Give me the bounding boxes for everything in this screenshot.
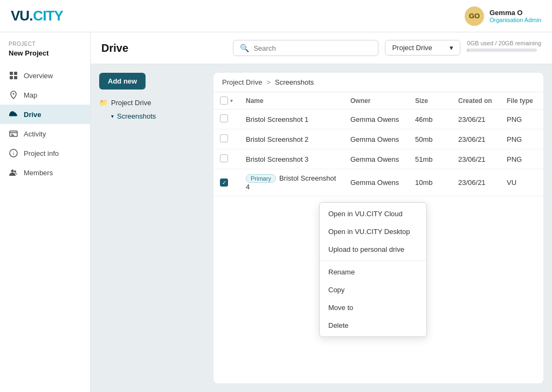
search-input[interactable] (253, 44, 371, 52)
file-name: Bristol Screenshot 2 (239, 129, 344, 149)
drive-dropdown[interactable]: Project Drive ▾ (385, 40, 460, 56)
tree-sub: ▾ Screenshots (111, 109, 207, 123)
file-size: 51mb (409, 149, 452, 169)
tag-primary: Primary (246, 174, 276, 183)
file-date: 23/06/21 (452, 129, 500, 149)
context-menu: Open in VU.CITY CloudOpen in VU.CITY Des… (319, 202, 427, 337)
file-name: Bristol Screenshot 1 (239, 109, 344, 129)
file-name: PrimaryBristol Screenshot 4 (239, 169, 344, 196)
context-menu-item-move-to[interactable]: Move to (320, 299, 426, 317)
breadcrumb: Project Drive > Screenshots (213, 73, 543, 92)
dropdown-label: Project Drive (392, 44, 432, 52)
sidebar-item-drive[interactable]: Drive (0, 105, 90, 124)
chevron-down-icon: ▾ (450, 44, 453, 52)
row-checkbox[interactable] (220, 134, 228, 142)
file-owner: Gemma Owens (344, 149, 409, 169)
breadcrumb-root: Project Drive (222, 78, 262, 86)
sidebar-item-label: Project info (24, 149, 59, 157)
context-menu-item-open-cloud[interactable]: Open in VU.CITY Cloud (320, 205, 426, 223)
svg-text:i: i (13, 151, 14, 156)
drive-title: Drive (101, 42, 128, 62)
file-tree: 📁 Project Drive ▾ Screenshots (99, 96, 207, 123)
context-menu-item-open-desktop[interactable]: Open in VU.CITY Desktop (320, 223, 426, 240)
context-menu-item-upload-personal[interactable]: Upload to personal drive (320, 240, 426, 258)
header-right: 🔍 Project Drive ▾ 0GB used / 20GB remain… (233, 40, 541, 64)
row-checkbox[interactable] (220, 114, 228, 122)
context-menu-item-copy[interactable]: Copy (320, 281, 426, 299)
file-size: 46mb (409, 109, 452, 129)
file-size: 50mb (409, 129, 452, 149)
context-menu-item-rename[interactable]: Rename (320, 263, 426, 281)
row-checkbox[interactable] (220, 154, 228, 162)
sidebar-item-label: Activity (24, 130, 46, 138)
sidebar-item-label: Members (24, 169, 53, 177)
storage-bar-wrap (467, 49, 537, 52)
user-area: GO Gemma O Organisation Admin (465, 6, 541, 26)
file-date: 23/06/21 (452, 149, 500, 169)
file-table: ▾ Name Owner Size Created on File type B… (213, 92, 543, 196)
content-area: Add new 📁 Project Drive ▾ Screenshots (91, 64, 552, 392)
sidebar: Project New Project Overview Map Drive A… (0, 32, 91, 392)
name-col-header: Name (239, 92, 344, 109)
sidebar-item-label: Overview (24, 72, 53, 80)
storage-bar (467, 49, 468, 52)
tree-item-project-drive[interactable]: 📁 Project Drive (99, 96, 207, 109)
search-box[interactable]: 🔍 (233, 40, 378, 56)
chevron-sort-icon: ▾ (230, 98, 233, 104)
table-row[interactable]: Bristol Screenshot 3Gemma Owens51mb23/06… (213, 149, 543, 169)
context-menu-item-delete[interactable]: Delete (320, 317, 426, 334)
svg-point-4 (13, 93, 15, 95)
sidebar-item-label: Map (24, 91, 37, 99)
add-new-button[interactable]: Add new (99, 73, 146, 90)
file-name: Bristol Screenshot 3 (239, 149, 344, 169)
select-all-checkbox[interactable] (220, 97, 228, 105)
app-header: VU . CITY GO Gemma O Organisation Admin (0, 0, 552, 32)
svg-rect-3 (14, 76, 17, 79)
sidebar-item-members[interactable]: Members (0, 163, 90, 182)
sidebar-item-map[interactable]: Map (0, 85, 90, 105)
breadcrumb-separator: > (266, 78, 271, 86)
table-row[interactable]: ✓PrimaryBristol Screenshot 4Gemma Owens1… (213, 169, 543, 196)
sidebar-item-label: Drive (24, 111, 42, 119)
storage-text: 0GB used / 20GB remaining (467, 40, 541, 46)
svg-point-11 (11, 170, 14, 173)
owner-col-header: Owner (344, 92, 409, 109)
info-icon: i (9, 148, 18, 158)
tree-item-label: Project Drive (111, 99, 151, 107)
file-type: PNG (500, 109, 543, 129)
breadcrumb-current: Screenshots (275, 78, 314, 86)
svg-rect-0 (10, 72, 13, 75)
storage-info: 0GB used / 20GB remaining (467, 40, 541, 52)
search-icon: 🔍 (240, 44, 249, 52)
select-all-header: ▾ (213, 92, 239, 109)
app-body: Project New Project Overview Map Drive A… (0, 32, 552, 392)
user-info: Gemma O Organisation Admin (489, 9, 541, 23)
tree-item-label: Screenshots (117, 112, 156, 120)
created-col-header: Created on (452, 92, 500, 109)
sidebar-item-activity[interactable]: Activity (0, 124, 90, 143)
file-owner: Gemma Owens (344, 129, 409, 149)
svg-rect-2 (10, 76, 13, 79)
context-menu-separator (320, 260, 426, 261)
file-type: PNG (500, 129, 543, 149)
type-col-header: File type (500, 92, 543, 109)
cloud-icon (9, 109, 18, 119)
activity-icon (9, 129, 18, 139)
map-icon (9, 90, 18, 100)
file-owner: Gemma Owens (344, 109, 409, 129)
chevron-icon: ▾ (111, 113, 114, 119)
file-size: 10mb (409, 169, 452, 196)
tree-item-screenshots[interactable]: ▾ Screenshots (111, 109, 207, 123)
svg-rect-1 (14, 72, 17, 75)
file-list-panel: Project Drive > Screenshots ▾ (213, 73, 543, 383)
sidebar-item-project-info[interactable]: i Project info (0, 143, 90, 163)
row-checkbox[interactable]: ✓ (220, 178, 228, 187)
project-label: Project (0, 41, 90, 49)
file-type: VU (500, 169, 543, 196)
table-row[interactable]: Bristol Screenshot 2Gemma Owens50mb23/06… (213, 129, 543, 149)
project-name: New Project (0, 49, 90, 66)
table-row[interactable]: Bristol Screenshot 1Gemma Owens46mb23/06… (213, 109, 543, 129)
sidebar-item-overview[interactable]: Overview (0, 66, 90, 85)
avatar: GO (465, 6, 484, 26)
user-name: Gemma O (489, 9, 541, 17)
